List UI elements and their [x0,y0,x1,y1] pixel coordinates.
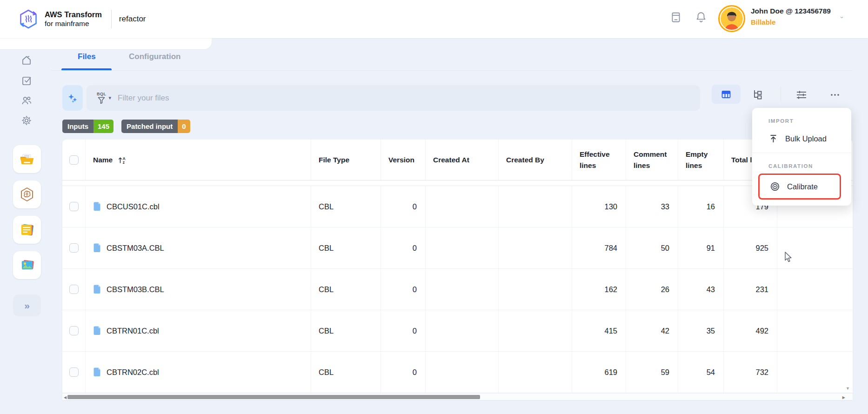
select-all-checkbox[interactable] [69,155,79,165]
column-header-label: File Type [319,154,349,165]
column-header-label: Created At [433,154,469,165]
upload-icon [768,134,778,144]
tab-configuration[interactable]: Configuration [129,52,180,61]
notifications-bell-icon[interactable] [695,11,707,23]
scroll-right-arrow-icon[interactable]: ▶ [842,395,845,400]
tree-view-button[interactable] [752,88,764,100]
row-select-cell [62,352,86,393]
image-gallery-icon [19,257,35,274]
row-checkbox[interactable] [69,202,79,211]
more-actions-button[interactable] [829,88,841,100]
filter-input[interactable] [118,93,700,103]
cell-file-type: CBL [311,227,381,268]
cell-file-type: CBL [311,352,381,393]
cell-filler [777,269,853,310]
brand-text: AWS Transform for mainframe [45,10,102,28]
row-checkbox[interactable] [69,367,79,377]
column-header-comment-lines[interactable]: Comment lines [626,140,678,180]
cell-version: 0 [381,269,426,310]
row-checkbox[interactable] [69,243,79,253]
cell-empty-lines: 43 [678,269,724,310]
column-header-effective-lines[interactable]: Effective lines [572,140,626,180]
file-name: CBSTM03A.CBL [107,244,164,253]
sidebar-app-images[interactable] [13,251,41,279]
column-header-created-at[interactable]: Created At [426,140,499,180]
cell-empty-lines: 35 [678,310,724,351]
cell-total-lines: 492 [724,310,777,351]
sort-az-icon[interactable]: Az [117,155,127,165]
badges: Inputs145Patched input0 [62,120,190,133]
cell-name: CBSTM03B.CBL [86,269,311,310]
sidebar-tasks-icon[interactable] [21,75,32,86]
sidebar-app-notes[interactable] [13,216,41,244]
sidebar-app-analysis[interactable] [13,180,41,208]
file-name: CBTRN02C.cbl [107,368,159,377]
sidebar-app-documents[interactable] [13,145,41,173]
billing-status-badge: Billable [751,18,775,26]
sidebar-settings-gear-icon[interactable] [21,115,32,126]
column-settings-button[interactable] [795,88,808,100]
user-menu-chevron-icon[interactable]: › [839,16,846,18]
table-row[interactable]: CBSTM03A.CBLCBL07845091925 [62,227,853,269]
header-divider [111,10,112,28]
table-row[interactable]: CBTRN02C.cblCBL06195954732 [62,352,853,393]
cell-total-lines: 732 [724,352,777,393]
horizontal-scrollbar[interactable]: ◀ ▶ [62,393,853,400]
files-table: NameAzFile TypeVersionCreated AtCreated … [62,140,853,400]
tab-files[interactable]: Files [78,52,96,61]
column-header-file-type[interactable]: File Type [311,140,381,180]
column-header-label: Empty lines [686,149,723,171]
table-row[interactable]: CBSTM03B.CBLCBL01622643231 [62,269,853,310]
column-header-created-by[interactable]: Created By [499,140,572,180]
filter-bar[interactable]: BQL ▾ [87,85,700,111]
table-body: CBCUS01C.cblCBL01303316179CBSTM03A.CBLCB… [62,186,853,393]
cell-effective-lines: 162 [572,269,626,310]
brand-line2: for mainframe [45,20,102,28]
aws-transform-logo-icon [18,8,39,30]
filter-mode-chevron-icon[interactable]: ▾ [109,95,112,101]
sidebar-users-icon[interactable] [21,95,32,106]
user-avatar[interactable] [718,5,745,32]
filter-funnel-icon[interactable] [98,97,105,104]
cell-effective-lines: 130 [572,186,626,227]
horizontal-scrollbar-thumb[interactable] [67,395,480,399]
product-name: refactor [119,14,146,24]
menu-divider [752,153,851,153]
column-header-label: Name [93,154,113,165]
row-checkbox[interactable] [69,285,79,294]
sidebar-collapse-button[interactable]: » [13,294,41,316]
column-header-version[interactable]: Version [381,140,426,180]
menu-item-bulk-upload[interactable]: Bulk Upload [752,130,851,147]
cell-version: 0 [381,352,426,393]
menu-section-import-title: IMPORT [768,118,851,124]
badge-count: 145 [93,120,114,133]
menu-item-calibrate[interactable]: Calibrate [758,174,841,200]
row-select-cell [62,269,86,310]
cell-created-by [499,227,572,268]
column-header-empty-lines[interactable]: Empty lines [678,140,724,180]
table-view-button[interactable] [712,85,741,104]
badge-inputs[interactable]: Inputs145 [62,120,114,133]
file-name: CBTRN01C.cbl [107,327,159,335]
cell-created-at [426,269,499,310]
badge-count: 0 [178,120,190,133]
documentation-icon[interactable] [670,11,682,23]
cell-comment-lines: 50 [626,227,678,268]
table-row[interactable]: CBCUS01C.cblCBL01303316179 [62,186,853,227]
file-icon [93,243,101,253]
cell-version: 0 [381,310,426,351]
badge-patched-input[interactable]: Patched input0 [121,120,190,133]
mouse-cursor [783,251,793,263]
ai-assist-button[interactable] [62,85,83,111]
scroll-left-arrow-icon[interactable]: ◀ [64,395,67,400]
menu-item-label: Calibrate [787,182,818,191]
scroll-down-arrow-icon[interactable]: ▼ [846,386,850,391]
cell-empty-lines: 91 [678,227,724,268]
row-checkbox[interactable] [69,326,79,335]
table-row[interactable]: CBTRN01C.cblCBL04154235492 [62,310,853,352]
column-header-label: Comment lines [634,149,678,171]
cell-created-by [499,352,572,393]
column-header-name[interactable]: NameAz [86,140,311,180]
more-actions-menu: IMPORT Bulk Upload CALIBRATION Calibrate [752,108,851,206]
sidebar-home-icon[interactable] [21,54,32,66]
